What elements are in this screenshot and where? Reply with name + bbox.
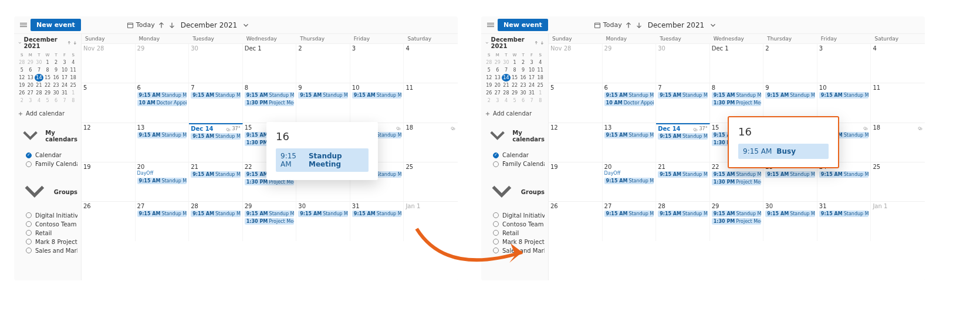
calendar-event[interactable]: 1:30 PM Project Meeting⟳ <box>712 179 762 185</box>
calendar-event[interactable]: 9:15 AM Standup Meeting⟳ <box>137 211 187 217</box>
day-cell[interactable]: 3 <box>817 44 871 83</box>
calendar-item[interactable]: Digital Initiative Public… <box>485 211 545 220</box>
day-cell[interactable]: 3 <box>350 44 404 83</box>
mini-day[interactable]: 11 <box>536 66 545 74</box>
mini-day[interactable]: 7 <box>60 97 69 104</box>
mini-day[interactable]: 28 <box>35 89 43 97</box>
day-cell[interactable]: 309:15 AM Standup Meeting⟳ <box>763 202 817 240</box>
calendar-event[interactable]: 9:15 AM Standup Meeting⟳ <box>191 92 241 99</box>
day-cell[interactable]: 79:15 AM Standup Meeting⟳ <box>189 83 243 122</box>
mini-day[interactable]: 30 <box>52 89 60 97</box>
mini-day[interactable]: 6 <box>519 97 528 104</box>
mini-day[interactable]: 1 <box>69 89 77 97</box>
mini-day[interactable]: 15 <box>43 74 52 82</box>
mini-day[interactable]: 15 <box>511 74 519 82</box>
calendar-event[interactable]: 9:15 AM Standup Meeting⟳ <box>604 92 654 99</box>
calendar-event[interactable]: 9:15 AM Standup Meeting⟳ <box>658 171 708 178</box>
calendar-item[interactable]: Sales and Marketing <box>18 246 77 255</box>
calendar-item[interactable]: Family Calendar <box>485 160 545 168</box>
day-cell[interactable]: 299:15 AM Standup Meeting⟳1:30 PM Projec… <box>243 202 297 240</box>
mini-day[interactable]: 31 <box>60 89 69 97</box>
mini-day[interactable]: 24 <box>60 82 69 89</box>
mini-day[interactable]: 4 <box>35 97 43 104</box>
day-cell[interactable]: 99:15 AM Standup Meeting⟳ <box>296 83 350 122</box>
calendar-event[interactable]: 1:30 PM Project Meeting⟳ <box>245 100 295 106</box>
mini-day[interactable]: 25 <box>536 82 545 89</box>
day-cell[interactable]: Dec 1437°9:15 AM Standup Meeting⟳ <box>189 123 243 162</box>
mini-day[interactable]: 3 <box>60 59 69 66</box>
calendar-event[interactable]: 9:15 AM Standup Meeting⟳ <box>137 178 187 184</box>
mini-day[interactable]: 8 <box>536 97 545 104</box>
day-cell[interactable]: 219:15 AM Standup Meeting⟳ <box>189 162 243 201</box>
mini-day[interactable]: 14 <box>502 74 511 82</box>
popup-event[interactable]: 9:15 AM Standup Meeting <box>276 148 369 172</box>
day-cell[interactable]: Nov 28 <box>549 44 603 83</box>
calendar-event[interactable]: 9:15 AM Standup Meeting⟳ <box>191 133 241 140</box>
day-cell[interactable]: 19 <box>82 162 136 201</box>
mini-day[interactable]: 27 <box>494 89 502 97</box>
mini-day[interactable]: 4 <box>536 59 545 66</box>
mini-day[interactable]: 13 <box>494 74 502 82</box>
section-groups[interactable]: Groups <box>485 174 545 209</box>
calendar-item[interactable]: Contoso Team <box>18 220 77 229</box>
mini-day[interactable]: 8 <box>511 66 519 74</box>
mini-day[interactable]: 30 <box>519 89 528 97</box>
mini-day[interactable]: 29 <box>494 59 502 66</box>
day-cell[interactable]: 12 <box>549 123 603 162</box>
chevron-down-icon[interactable] <box>709 21 717 29</box>
mini-day[interactable]: 23 <box>519 82 528 89</box>
calendar-event[interactable]: 9:15 AM Standup Meeting⟳ <box>352 92 402 99</box>
mini-day[interactable]: 25 <box>69 82 77 89</box>
calendar-event[interactable]: 9:15 AM Standup Meeting⟳ <box>298 211 348 217</box>
mini-day[interactable]: 23 <box>52 82 60 89</box>
prev-arrow-icon[interactable] <box>534 40 539 46</box>
new-event-button[interactable]: New event <box>498 19 548 31</box>
day-cell[interactable]: 69:15 AM Standup Meeting⟳10 AM Doctor Ap… <box>136 83 190 122</box>
hamburger-icon[interactable] <box>19 21 28 30</box>
mini-day[interactable]: 18 <box>69 74 77 82</box>
day-cell[interactable]: 29 <box>136 44 190 83</box>
day-cell[interactable]: 4 <box>404 44 458 83</box>
day-cell[interactable]: 69:15 AM Standup Meeting⟳10 AM Doctor Ap… <box>603 83 657 122</box>
mini-day[interactable]: 7 <box>528 97 536 104</box>
mini-day[interactable]: 26 <box>485 89 494 97</box>
toolbar-month-label[interactable]: December 2021 <box>181 21 238 29</box>
calendar-item[interactable]: Calendar <box>485 151 545 160</box>
day-cell[interactable]: 289:15 AM Standup Meeting⟳ <box>656 202 710 240</box>
calendar-event[interactable]: 9:15 AM Standup Meeting⟳ <box>604 211 654 217</box>
mini-day[interactable]: 26 <box>18 89 26 97</box>
radio-icon[interactable] <box>26 161 32 167</box>
mini-day[interactable]: 10 <box>60 66 69 74</box>
calendar-event[interactable]: 9:15 AM Standup Meeting⟳ <box>604 132 654 138</box>
day-cell[interactable]: 109:15 AM Standup Meeting⟳ <box>350 83 404 122</box>
calendar-event[interactable]: 9:15 AM Standup Meeting⟳ <box>765 92 815 99</box>
calendar-event[interactable]: 9:15 AM Standup Meeting⟳ <box>604 178 654 184</box>
mini-day[interactable]: 30 <box>35 59 43 66</box>
day-cell[interactable]: Nov 28 <box>82 44 136 83</box>
calendar-event[interactable]: 9:15 AM Standup Meeting⟳ <box>765 211 815 217</box>
mini-day[interactable]: 11 <box>69 66 77 74</box>
calendar-event[interactable]: 9:15 AM Standup Meeting⟳ <box>819 92 869 99</box>
day-cell[interactable]: 25 <box>404 162 458 201</box>
calendar-event[interactable]: 10 AM Doctor Appointment <box>604 100 654 106</box>
next-arrow-icon[interactable] <box>540 40 545 46</box>
calendar-event[interactable]: 9:15 AM Standup Meeting⟳ <box>245 92 295 99</box>
calendar-event[interactable]: 9:15 AM Standup Meeting⟳ <box>819 171 869 178</box>
radio-icon[interactable] <box>26 247 32 253</box>
day-cell[interactable]: 30 <box>189 44 243 83</box>
calendar-event[interactable]: 9:15 AM Standup Meeting⟳ <box>765 171 815 178</box>
calendar-event[interactable]: 9:15 AM Standup Meeting⟳ <box>352 211 402 217</box>
mini-day[interactable]: 17 <box>528 74 536 82</box>
day-cell[interactable]: 5 <box>549 83 603 122</box>
mini-day[interactable]: 29 <box>43 89 52 97</box>
prev-month-arrow-icon[interactable] <box>624 21 633 29</box>
day-cell[interactable]: 279:15 AM Standup Meeting⟳ <box>603 202 657 240</box>
calendar-event[interactable]: 9:15 AM Standup Meeting⟳ <box>191 211 241 217</box>
mini-day[interactable]: 31 <box>528 89 536 97</box>
calendar-event[interactable]: 9:15 AM Standup Meeting⟳ <box>819 211 869 217</box>
calendar-item[interactable]: Family Calendar <box>18 160 77 168</box>
day-cell[interactable]: 79:15 AM Standup Meeting⟳ <box>656 83 710 122</box>
day-cell[interactable]: 309:15 AM Standup Meeting⟳ <box>296 202 350 240</box>
day-cell[interactable]: 299:15 AM Standup Meeting⟳1:30 PM Projec… <box>710 202 764 240</box>
today-button[interactable]: Today <box>594 21 622 29</box>
